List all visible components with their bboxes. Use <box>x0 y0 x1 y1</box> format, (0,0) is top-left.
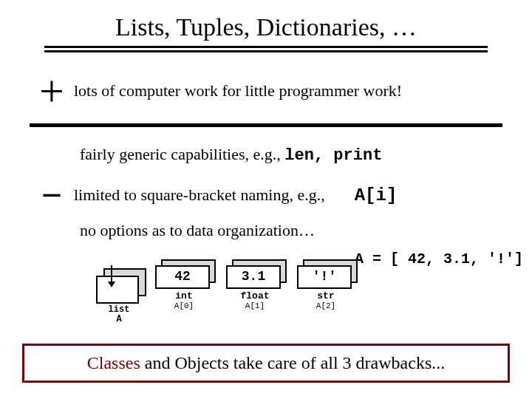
listbox-label-1: list <box>109 304 130 315</box>
pro-text: lots of computer work for little program… <box>74 81 402 100</box>
footer-callout: Classes and Objects take care of all 3 d… <box>22 344 510 383</box>
cell-2-idx: A[2] <box>297 301 355 310</box>
con2-text: limited to square-bracket naming, e.g., <box>74 185 325 205</box>
cell-2: '!' str A[2] <box>297 265 355 310</box>
cell-1-val: 3.1 <box>226 265 281 289</box>
con1-prefix: fairly generic capabilities, e.g., <box>80 145 284 163</box>
slide-title: Lists, Tuples, Dictionaries, … <box>30 13 502 41</box>
cell-0: 42 int A[0] <box>155 265 213 310</box>
footer-first-word: Classes <box>87 353 140 372</box>
cell-1-type: float <box>226 290 284 301</box>
separator-rule <box>30 123 502 127</box>
con-line-1: fairly generic capabilities, e.g., len, … <box>80 145 502 165</box>
arrow-icon <box>111 265 112 286</box>
cell-1: 3.1 float A[1] <box>226 265 284 310</box>
con1-code: len, print <box>284 146 382 165</box>
cell-0-idx: A[0] <box>155 301 213 310</box>
cell-0-val: 42 <box>155 265 210 289</box>
plus-icon: + <box>30 69 74 113</box>
diagram: A = [ 42, 3.1, '!'] list A 42 int A[0] 3… <box>30 245 502 333</box>
footer-rest: and Objects take care of all 3 drawbacks… <box>140 353 446 372</box>
cell-1-idx: A[1] <box>226 301 284 310</box>
minus-icon: − <box>30 177 74 214</box>
listbox-label-2: A <box>116 314 121 324</box>
title-underline <box>44 46 488 52</box>
cell-2-type: str <box>297 290 355 301</box>
cell-0-type: int <box>155 290 213 301</box>
assignment-code: A = [ 42, 3.1, '!'] <box>355 250 523 267</box>
con-line-2-row: − limited to square-bracket naming, e.g.… <box>30 177 502 214</box>
list-box: list A <box>96 276 142 324</box>
con2-code: A[i] <box>355 185 398 205</box>
con-line-3: no options as to data organization… <box>80 221 502 240</box>
pro-row: + lots of computer work for little progr… <box>30 69 502 113</box>
cell-2-val: '!' <box>297 265 352 289</box>
